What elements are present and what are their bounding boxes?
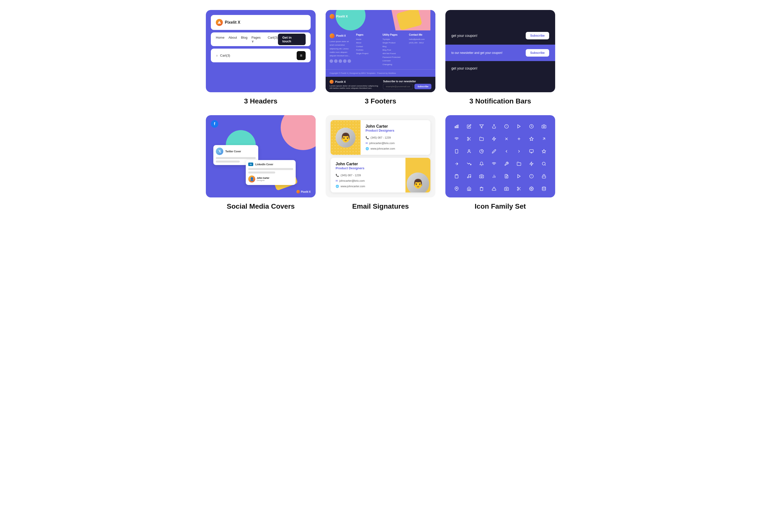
icon-camera-3 xyxy=(500,183,513,195)
email-icon: ✉ xyxy=(366,140,368,146)
icon-tool xyxy=(500,158,513,170)
header-nav-bar: Home About Blog Pages ∨ Cart(3) Get in t… xyxy=(211,32,311,46)
svg-rect-1 xyxy=(456,126,457,128)
cart-menu-button[interactable]: ≡ xyxy=(297,51,306,60)
facebook-badge: f xyxy=(211,120,218,128)
svg-point-59 xyxy=(531,188,532,189)
phone-icon: 📞 xyxy=(366,135,369,140)
footer-columns: Pixelit X Lorem ipsum dolor sit amet con… xyxy=(325,30,436,69)
card-label-icons: Icon Family Set xyxy=(475,202,526,210)
social-icon-5 xyxy=(348,59,351,63)
svg-marker-3 xyxy=(480,125,484,128)
icon-play xyxy=(513,120,525,133)
footer-nl-subscribe-button[interactable]: Subscribe xyxy=(414,84,432,89)
linkedin-usertitle: Designer xyxy=(257,179,269,182)
footer-col-pages: Pages HomeAboutContactPortfolioSingle Pr… xyxy=(356,33,379,66)
svg-point-37 xyxy=(467,177,469,178)
card-social: f 𝕏 Twitter Cover in LinkedIn Cover xyxy=(206,115,316,210)
linkedin-badge: in xyxy=(248,163,253,166)
footer-col-contact-items: hello@pixelit.com(415) 200 - 8012 xyxy=(409,38,432,45)
footer-nl-desc: Lorem ipsum dolor sit amet consectetur a… xyxy=(329,85,380,89)
email-sig-1-name: John Carter xyxy=(366,124,426,129)
email-sig-1: 👨 John Carter Product Designers 📞 (345) … xyxy=(330,120,431,155)
svg-point-34 xyxy=(542,162,545,165)
shape-teal xyxy=(335,10,366,30)
pixelit-badge-text: Pixelit X xyxy=(301,190,311,193)
card-email: 👨 John Carter Product Designers 📞 (345) … xyxy=(325,115,436,210)
footer-logo-icon xyxy=(329,14,334,19)
email-sig-1-photo-area: 👨 xyxy=(330,120,361,155)
nav-cta-button[interactable]: Get in touch xyxy=(278,34,306,45)
footer-nl-logo: Pixelit X Lorem ipsum dolor sit amet con… xyxy=(329,80,380,89)
email-icon-2: ✉ xyxy=(335,178,338,184)
icon-file-text xyxy=(500,170,513,183)
linkedin-lines xyxy=(248,168,293,174)
cart-text: Cart(3) xyxy=(220,54,230,57)
card-label-headers: 3 Headers xyxy=(244,97,277,105)
icon-play-2 xyxy=(513,170,525,183)
linkedin-line-1 xyxy=(248,168,293,170)
nav-pages[interactable]: Pages ∨ xyxy=(252,36,264,43)
icon-home xyxy=(463,183,475,195)
icon-music xyxy=(463,170,475,183)
svg-rect-49 xyxy=(542,176,546,178)
icon-bell xyxy=(475,158,488,170)
icon-chevron-left xyxy=(500,145,513,158)
phone-icon-2: 📞 xyxy=(335,173,339,178)
nav-about[interactable]: About xyxy=(229,36,237,43)
icon-user xyxy=(463,145,475,158)
nav-blog[interactable]: Blog xyxy=(241,36,248,43)
svg-marker-30 xyxy=(542,150,546,153)
globe-icon-2: 🌐 xyxy=(335,184,339,189)
icon-star xyxy=(525,133,538,145)
email-sig-1-phone: 📞 (345) 087 - 1239 xyxy=(366,135,426,140)
email-sig-2: John Carter Product Designers 📞 (345) 08… xyxy=(330,158,431,192)
icon-arrow-up-right xyxy=(538,133,550,145)
footer-col-contact-title: Contact Me xyxy=(409,33,432,36)
icon-bar-chart-2 xyxy=(488,170,500,183)
svg-rect-0 xyxy=(455,127,456,128)
icon-pie-chart xyxy=(475,145,488,158)
footer-col-logo: Pixelit X Lorem ipsum dolor sit amet con… xyxy=(329,33,352,66)
icon-camera-2 xyxy=(475,170,488,183)
notif-bar-1-text: get your coupon! xyxy=(451,34,477,38)
twitter-brand: Twitter Cover xyxy=(225,150,241,153)
icon-database xyxy=(538,183,550,195)
icon-x xyxy=(500,133,513,145)
icon-monitor xyxy=(525,145,538,158)
svg-line-35 xyxy=(545,165,546,165)
twitter-line-1 xyxy=(216,157,256,159)
card-notifications: get your coupon! Subscribe to our newsle… xyxy=(445,10,555,105)
email-sig-1-info: John Carter Product Designers 📞 (345) 08… xyxy=(361,120,431,155)
footers-preview: Pixelit X Pixelit X Lorem ipsum dolor si… xyxy=(325,10,436,92)
footer-col-contact: Contact Me hello@pixelit.com(415) 200 - … xyxy=(409,33,432,66)
email-sig-2-info: John Carter Product Designers 📞 (345) 08… xyxy=(330,158,405,192)
footer-hero: Pixelit X xyxy=(325,10,436,30)
email-sig-2-contact: 📞 (345) 087 - 1239 ✉ johncarter@brix.com… xyxy=(335,173,400,189)
icon-folder-2 xyxy=(513,158,525,170)
globe-icon: 🌐 xyxy=(366,146,369,151)
footer-copyright: Copyright © Pixelit X | Designed by BRIX… xyxy=(325,69,436,77)
notif-bar-1-subscribe-button[interactable]: Subscribe xyxy=(526,32,549,39)
icon-trending-down xyxy=(463,158,475,170)
svg-point-38 xyxy=(470,177,471,178)
footer-col-pages-title: Pages xyxy=(356,33,379,36)
nav-home[interactable]: Home xyxy=(216,36,225,43)
svg-line-16 xyxy=(468,138,469,139)
icon-info-2 xyxy=(525,170,538,183)
nav-cart[interactable]: Cart(3) xyxy=(268,36,278,43)
footer-nl-input[interactable] xyxy=(383,84,413,89)
svg-point-53 xyxy=(506,188,507,190)
linkedin-avatar: 👤 xyxy=(248,176,255,183)
icon-settings xyxy=(525,183,538,195)
main-grid: Pixelit X Home About Blog Pages ∨ Cart(3… xyxy=(206,10,555,210)
header-cart-bar: ∨ Cart(3) ≡ xyxy=(211,49,311,62)
svg-marker-8 xyxy=(518,125,520,128)
twitter-line-2 xyxy=(216,161,240,163)
icon-bar-chart xyxy=(450,120,463,133)
icon-smartphone xyxy=(450,145,463,158)
svg-line-23 xyxy=(543,138,545,140)
logo-text: Pixelit X xyxy=(225,20,240,25)
notif-bar-2-subscribe-button[interactable]: Subscribe xyxy=(526,49,549,57)
logo-icon xyxy=(216,19,223,26)
